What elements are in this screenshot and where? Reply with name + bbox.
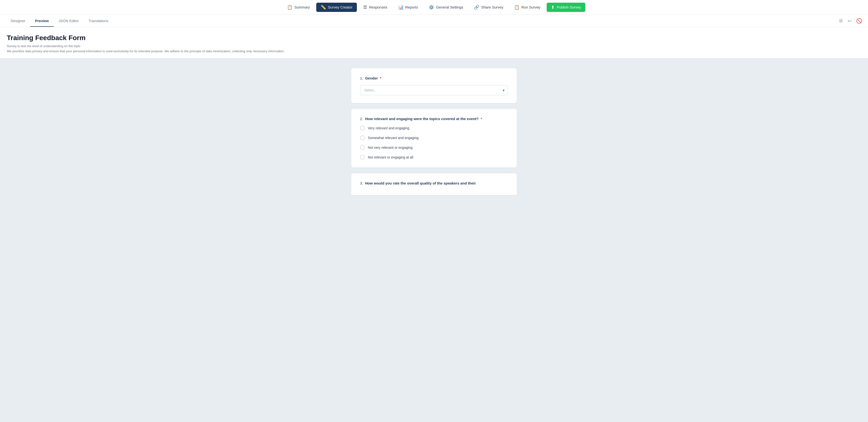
responses-icon: ☰ <box>363 5 367 10</box>
run-icon: 📋 <box>514 5 519 10</box>
nav-survey-creator-label: Survey Creator <box>328 5 352 9</box>
radio-label-4: Not relevant or engaging at all <box>368 155 413 159</box>
nav-responses[interactable]: ☰ Responses <box>359 3 392 12</box>
radio-option-3[interactable]: Not very relevant or engaging <box>360 145 508 150</box>
nav-run-survey[interactable]: 📋 Run Survey <box>510 3 545 12</box>
eye-slash-icon[interactable]: 🚫 <box>856 18 862 24</box>
sub-navigation: Designer Preview JSON Editor Translation… <box>0 14 868 27</box>
radio-label-1: Very relevant and engaging <box>368 126 409 130</box>
radio-label-3: Not very relevant or engaging <box>368 145 412 150</box>
question-2-text: How relevant and engaging were the topic… <box>365 117 479 121</box>
sub-nav-actions: 🖥 ↩ 🚫 <box>838 18 862 24</box>
gender-select[interactable]: Select... Male Female Other <box>360 85 508 95</box>
survey-description-1: Survey to test the level of understandin… <box>7 44 861 49</box>
radio-option-4[interactable]: Not relevant or engaging at all <box>360 155 508 160</box>
nav-summary-label: Summary <box>294 5 310 9</box>
nav-share-survey-label: Share Survey <box>481 5 503 9</box>
radio-circle-2 <box>360 135 365 140</box>
question-1-text: Gender <box>365 76 378 80</box>
question-1-label: 1. Gender * <box>360 76 508 80</box>
question-3-text: How would you rate the overall quality o… <box>365 181 476 185</box>
nav-publish-label: Publish Survey <box>557 5 581 9</box>
nav-reports[interactable]: 📊 Reports <box>394 3 423 12</box>
survey-header: Training Feedback Form Survey to test th… <box>0 27 868 59</box>
radio-circle-3 <box>360 145 365 150</box>
radio-circle-4 <box>360 155 365 160</box>
survey-creator-icon: ✏️ <box>321 5 326 10</box>
survey-body: 1. Gender * Select... Male Female Other … <box>0 59 868 422</box>
question-3-label: 3. How would you rate the overall qualit… <box>360 181 508 185</box>
tab-json-editor[interactable]: JSON Editor <box>54 15 84 27</box>
question-1-number: 1. <box>360 76 363 80</box>
desktop-icon[interactable]: 🖥 <box>838 18 843 24</box>
tab-designer[interactable]: Designer <box>6 15 30 27</box>
share-icon: 🔗 <box>474 5 479 10</box>
survey-title: Training Feedback Form <box>7 34 861 42</box>
question-card-2: 2. How relevant and engaging were the to… <box>351 109 517 167</box>
radio-option-1[interactable]: Very relevant and engaging <box>360 126 508 131</box>
radio-circle-1 <box>360 126 365 131</box>
top-navigation: 📋 Summary ✏️ Survey Creator ☰ Responses … <box>0 0 868 14</box>
tab-preview[interactable]: Preview <box>30 15 54 27</box>
nav-summary[interactable]: 📋 Summary <box>283 3 314 12</box>
summary-icon: 📋 <box>287 5 292 10</box>
question-2-label: 2. How relevant and engaging were the to… <box>360 117 508 121</box>
settings-icon: ⚙️ <box>429 5 434 10</box>
question-2-number: 2. <box>360 117 363 121</box>
radio-option-2[interactable]: Somewhat relevant and engaging <box>360 135 508 140</box>
question-card-1: 1. Gender * Select... Male Female Other … <box>351 68 517 103</box>
tab-translations[interactable]: Translations <box>84 15 113 27</box>
publish-icon: ⬆ <box>551 5 555 10</box>
undo-icon[interactable]: ↩ <box>847 18 852 24</box>
nav-publish-survey[interactable]: ⬆ Publish Survey <box>547 3 585 12</box>
nav-responses-label: Responses <box>369 5 387 9</box>
question-1-required: * <box>380 76 381 80</box>
sub-nav-tabs: Designer Preview JSON Editor Translation… <box>6 15 113 27</box>
nav-share-survey[interactable]: 🔗 Share Survey <box>469 3 508 12</box>
reports-icon: 📊 <box>398 5 403 10</box>
survey-description-2: We prioritize data privacy and ensure th… <box>7 49 861 54</box>
question-2-required: * <box>481 117 482 121</box>
nav-general-settings[interactable]: ⚙️ General Settings <box>424 3 468 12</box>
nav-general-settings-label: General Settings <box>436 5 463 9</box>
radio-label-2: Somewhat relevant and engaging <box>368 136 419 140</box>
nav-survey-creator[interactable]: ✏️ Survey Creator <box>316 3 357 12</box>
nav-reports-label: Reports <box>405 5 418 9</box>
gender-select-wrapper: Select... Male Female Other ▾ <box>360 85 508 95</box>
question-card-3-partial: 3. How would you rate the overall qualit… <box>351 173 517 195</box>
nav-run-survey-label: Run Survey <box>521 5 540 9</box>
question-3-number: 3. <box>360 181 363 185</box>
